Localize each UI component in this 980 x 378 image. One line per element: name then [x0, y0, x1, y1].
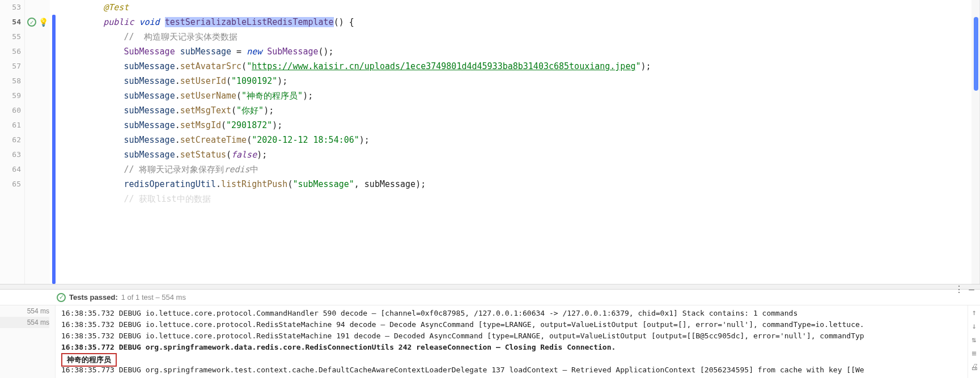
test-status-bar: Tests passed: 1 of 1 test – 554 ms — [0, 290, 980, 305]
line-number[interactable]: 54 — [0, 15, 21, 29]
console-tool-button[interactable]: ↓ — [971, 321, 976, 330]
gutter-marker-row — [25, 44, 50, 59]
code-line[interactable]: subMessage.setMsgText("你好"); — [62, 103, 970, 118]
code-line[interactable]: // 获取list中的数据 — [62, 192, 970, 206]
console-tool-button[interactable]: ↑ — [971, 308, 976, 317]
gutter-markers[interactable] — [25, 0, 50, 284]
gutter-marker-row — [25, 192, 50, 206]
code-editor[interactable]: 53545556575859606162636465 @Test public … — [0, 0, 980, 284]
test-timing-column[interactable]: 554 ms554 ms — [0, 305, 56, 378]
gutter-marker-row — [25, 147, 50, 162]
editor-scrollbar-track[interactable] — [970, 0, 979, 284]
console-side-toolbar: ↑↓⇅≡🖨 — [968, 305, 980, 378]
gutter-marker-row — [25, 103, 50, 118]
gutter-marker-row — [25, 177, 50, 192]
line-number[interactable] — [0, 192, 21, 206]
line-number[interactable]: 64 — [0, 162, 21, 177]
code-line[interactable]: redisOperatingUtil.listRightPush("subMes… — [62, 177, 970, 192]
console-line[interactable]: 16:38:35.732 DEBUG io.lettuce.core.proto… — [61, 330, 962, 342]
breakpoint-column[interactable] — [50, 0, 58, 284]
method-change-bar — [52, 15, 56, 284]
tests-passed-icon — [57, 293, 66, 302]
line-number[interactable]: 61 — [0, 118, 21, 133]
test-pass-gutter-icon[interactable] — [27, 18, 36, 27]
code-line[interactable]: // 构造聊天记录实体类数据 — [62, 29, 970, 44]
line-number[interactable]: 55 — [0, 29, 21, 44]
panel-splitter[interactable]: ⋮ — — [0, 284, 980, 290]
code-line[interactable]: subMessage.setStatus(false); — [62, 147, 970, 162]
line-number[interactable]: 60 — [0, 103, 21, 118]
console-tool-button[interactable]: ⇅ — [971, 335, 976, 344]
code-line[interactable]: subMessage.setMsgId("2901872"); — [62, 118, 970, 133]
console-line[interactable]: 16:38:35.772 DEBUG org.springframework.d… — [61, 342, 962, 353]
line-number[interactable]: 58 — [0, 74, 21, 88]
test-run-panel: Tests passed: 1 of 1 test – 554 ms 554 m… — [0, 290, 980, 378]
gutter-marker-row — [25, 88, 50, 103]
intention-bulb-icon[interactable] — [39, 18, 48, 27]
gutter-marker-row — [25, 0, 50, 15]
line-number[interactable]: 65 — [0, 177, 21, 192]
code-line[interactable]: subMessage.setAvatarSrc("https://www.kai… — [62, 59, 970, 74]
code-line[interactable]: @Test — [62, 0, 970, 15]
console-line[interactable]: 神奇的程序员 — [61, 353, 962, 364]
line-number-gutter[interactable]: 53545556575859606162636465 — [0, 0, 25, 284]
line-number[interactable]: 56 — [0, 44, 21, 59]
line-number[interactable]: 62 — [0, 133, 21, 147]
tests-passed-count: 1 of 1 test – 554 ms — [121, 293, 186, 301]
code-line[interactable]: subMessage.setUserName("神奇的程序员"); — [62, 88, 970, 103]
panel-options-icon[interactable]: ⋮ — — [954, 284, 974, 295]
gutter-marker-row — [25, 133, 50, 147]
line-number[interactable]: 63 — [0, 147, 21, 162]
code-line[interactable]: public void testSerializableListRedisTem… — [62, 15, 970, 29]
code-line[interactable]: // 将聊天记录对象保存到redis中 — [62, 162, 970, 177]
console-line[interactable]: 16:38:35.773 DEBUG org.springframework.t… — [61, 364, 962, 376]
tests-passed-label: Tests passed: — [69, 293, 118, 301]
editor-scrollbar-thumb[interactable] — [974, 17, 978, 91]
console-output[interactable]: 16:38:35.732 DEBUG io.lettuce.core.proto… — [56, 305, 968, 378]
gutter-marker-row — [25, 74, 50, 88]
code-content[interactable]: @Test public void testSerializableListRe… — [58, 0, 970, 284]
console-line[interactable]: 16:38:35.732 DEBUG io.lettuce.core.proto… — [61, 308, 962, 319]
test-timing-cell[interactable]: 554 ms — [0, 305, 49, 317]
gutter-marker-row — [25, 29, 50, 44]
console-tool-button[interactable]: 🖨 — [970, 362, 978, 371]
gutter-marker-row — [25, 118, 50, 133]
code-line[interactable]: subMessage.setUserId("1090192"); — [62, 74, 970, 88]
console-tool-button[interactable]: ≡ — [971, 349, 976, 358]
code-line[interactable]: SubMessage subMessage = new SubMessage()… — [62, 44, 970, 59]
console-line[interactable]: 16:38:35.732 DEBUG io.lettuce.core.proto… — [61, 319, 962, 330]
gutter-marker-row — [25, 59, 50, 74]
line-number[interactable]: 59 — [0, 88, 21, 103]
line-number[interactable]: 57 — [0, 59, 21, 74]
test-timing-cell[interactable]: 554 ms — [0, 317, 49, 328]
gutter-marker-row — [25, 162, 50, 177]
gutter-marker-row — [25, 15, 50, 29]
code-line[interactable]: subMessage.setCreateTime("2020-12-12 18:… — [62, 133, 970, 147]
line-number[interactable]: 53 — [0, 0, 21, 15]
